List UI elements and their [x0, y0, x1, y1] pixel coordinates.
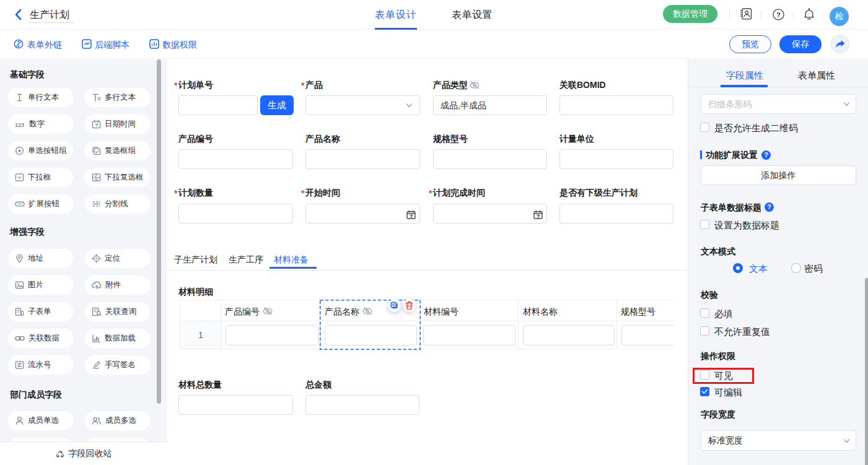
- svg-text:?: ?: [776, 11, 781, 19]
- svg-text:123: 123: [15, 122, 24, 128]
